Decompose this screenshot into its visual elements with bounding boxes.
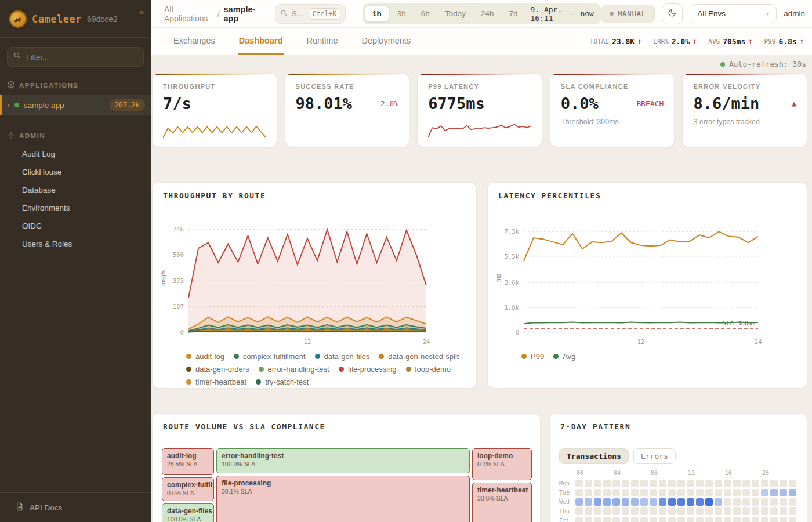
- heatmap-cell[interactable]: [631, 489, 639, 496]
- heatmap-cell[interactable]: [659, 480, 666, 487]
- heatmap-cell[interactable]: [696, 517, 704, 522]
- sidebar-item-database[interactable]: Database: [0, 181, 151, 199]
- time-range-today[interactable]: Today: [438, 5, 473, 22]
- dark-mode-toggle[interactable]: [662, 3, 683, 24]
- heatmap-cell[interactable]: [585, 517, 592, 522]
- heatmap-cell[interactable]: [622, 517, 629, 522]
- heatmap-cell[interactable]: [789, 480, 796, 487]
- heatmap-cell[interactable]: [659, 489, 666, 496]
- heatmap-cell[interactable]: [603, 498, 611, 506]
- heatmap-cell[interactable]: [622, 489, 629, 496]
- heatmap-cell[interactable]: [696, 489, 704, 496]
- heatmap-cell[interactable]: [677, 480, 685, 487]
- heatmap-cell[interactable]: [575, 498, 583, 506]
- heatmap-cell[interactable]: [780, 498, 787, 506]
- heatmap-cell[interactable]: [640, 517, 648, 522]
- heatmap-cell[interactable]: [668, 489, 676, 496]
- heatmap-cell[interactable]: [789, 517, 796, 522]
- heatmap-cell[interactable]: [650, 489, 657, 496]
- legend-item-data-gen-files[interactable]: data-gen-files: [315, 352, 370, 361]
- heatmap-cell[interactable]: [752, 517, 759, 522]
- heatmap-cell[interactable]: [594, 480, 601, 487]
- heatmap-cell[interactable]: [668, 480, 676, 487]
- heatmap-cell[interactable]: [761, 498, 768, 506]
- heatmap-cell[interactable]: [594, 489, 601, 496]
- heatmap-cell[interactable]: [780, 507, 787, 515]
- heatmap-cell[interactable]: [650, 517, 657, 522]
- sidebar-item-clickhouse[interactable]: ClickHouse: [0, 163, 151, 181]
- heatmap-cell[interactable]: [677, 517, 685, 522]
- heatmap-cell[interactable]: [575, 507, 583, 515]
- heatmap-cell[interactable]: [659, 507, 666, 515]
- env-select[interactable]: All Envs ▾: [690, 4, 777, 23]
- legend-item-data-gen-nested-split[interactable]: data-gen-nested-split: [379, 352, 459, 361]
- heatmap-cell[interactable]: [780, 489, 787, 496]
- heatmap-cell[interactable]: [668, 507, 676, 515]
- legend-item-audit-log[interactable]: audit-log: [186, 352, 224, 361]
- legend-item-p99[interactable]: P99: [521, 352, 544, 361]
- heatmap-cell[interactable]: [715, 489, 722, 496]
- toggle-errors[interactable]: Errors: [633, 448, 676, 464]
- toggle-transactions[interactable]: Transactions: [559, 448, 629, 464]
- heatmap-cell[interactable]: [612, 480, 620, 487]
- tab-dashboard[interactable]: Dashboard: [238, 28, 284, 55]
- legend-item-file-processing[interactable]: file-processing: [339, 365, 397, 374]
- heatmap-cell[interactable]: [687, 498, 694, 506]
- heatmap-cell[interactable]: [687, 517, 694, 522]
- heatmap-cell[interactable]: [640, 507, 648, 515]
- legend-item-error-handling-test[interactable]: error-handling-test: [259, 365, 329, 374]
- heatmap-cell[interactable]: [650, 480, 657, 487]
- heatmap-cell[interactable]: [742, 507, 750, 515]
- filter-input[interactable]: [26, 53, 137, 61]
- heatmap-cell[interactable]: [761, 517, 768, 522]
- heatmap-cell[interactable]: [631, 498, 639, 506]
- heatmap-cell[interactable]: [742, 498, 750, 506]
- legend-item-complex-fulfillment[interactable]: complex-fulfillment: [234, 352, 306, 361]
- heatmap-cell[interactable]: [612, 507, 620, 515]
- time-range-7d[interactable]: 7d: [502, 5, 524, 22]
- heatmap-cell[interactable]: [705, 480, 713, 487]
- heatmap-cell[interactable]: [780, 517, 787, 522]
- heatmap-cell[interactable]: [650, 498, 657, 506]
- heatmap-cell[interactable]: [612, 517, 620, 522]
- heatmap-cell[interactable]: [585, 498, 592, 506]
- heatmap-cell[interactable]: [752, 498, 759, 506]
- heatmap-cell[interactable]: [752, 507, 759, 515]
- heatmap-cell[interactable]: [761, 489, 768, 496]
- heatmap-cell[interactable]: [715, 517, 722, 522]
- heatmap-cell[interactable]: [612, 498, 620, 506]
- heatmap-cell[interactable]: [705, 489, 713, 496]
- heatmap-cell[interactable]: [622, 480, 629, 487]
- tab-exchanges[interactable]: Exchanges: [172, 28, 216, 55]
- chevron-right-icon[interactable]: ›: [7, 100, 10, 110]
- heatmap-cell[interactable]: [575, 517, 583, 522]
- treemap-box-complex-fulfil-[interactable]: complex-fulfil...0.0% SLA: [162, 477, 214, 501]
- heatmap-cell[interactable]: [724, 480, 731, 487]
- breadcrumb-root[interactable]: All Applications: [164, 5, 213, 23]
- heatmap-cell[interactable]: [742, 517, 750, 522]
- sidebar-item-sample-app[interactable]: › sample app 207.2k: [0, 95, 151, 115]
- heatmap-cell[interactable]: [585, 507, 592, 515]
- heatmap-cell[interactable]: [789, 507, 796, 515]
- time-range-1h[interactable]: 1h: [365, 5, 389, 22]
- heatmap-cell[interactable]: [594, 507, 601, 515]
- treemap-box-audit-log[interactable]: audit-log28.5% SLA: [162, 448, 214, 475]
- heatmap-cell[interactable]: [640, 498, 648, 506]
- heatmap-cell[interactable]: [715, 507, 722, 515]
- tab-runtime[interactable]: Runtime: [306, 28, 339, 55]
- time-range-6h[interactable]: 6h: [414, 5, 437, 22]
- tab-deployments[interactable]: Deployments: [361, 28, 412, 55]
- heatmap-cell[interactable]: [575, 489, 583, 496]
- heatmap-cell[interactable]: [705, 498, 713, 506]
- heatmap-cell[interactable]: [603, 480, 611, 487]
- sidebar-item-users-roles[interactable]: Users & Roles: [0, 235, 151, 253]
- sidebar-collapse-button[interactable]: «: [139, 7, 144, 17]
- global-search[interactable]: S… Ctrl+K: [275, 4, 346, 24]
- heatmap-cell[interactable]: [715, 480, 722, 487]
- heatmap-cell[interactable]: [761, 507, 768, 515]
- legend-item-try-catch-test[interactable]: try-catch-test: [256, 378, 309, 386]
- heatmap-cell[interactable]: [780, 480, 787, 487]
- date-to[interactable]: now: [575, 9, 598, 18]
- heatmap-cell[interactable]: [696, 480, 704, 487]
- heatmap-cell[interactable]: [687, 507, 694, 515]
